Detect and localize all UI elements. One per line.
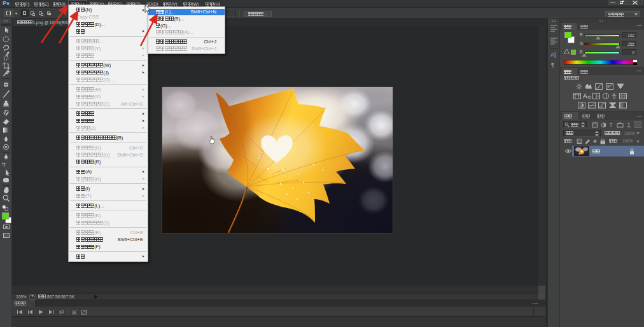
- svg-text:T: T: [610, 122, 613, 128]
- svg-text:A|: A|: [550, 52, 556, 58]
- svg-text:¶: ¶: [551, 62, 554, 68]
